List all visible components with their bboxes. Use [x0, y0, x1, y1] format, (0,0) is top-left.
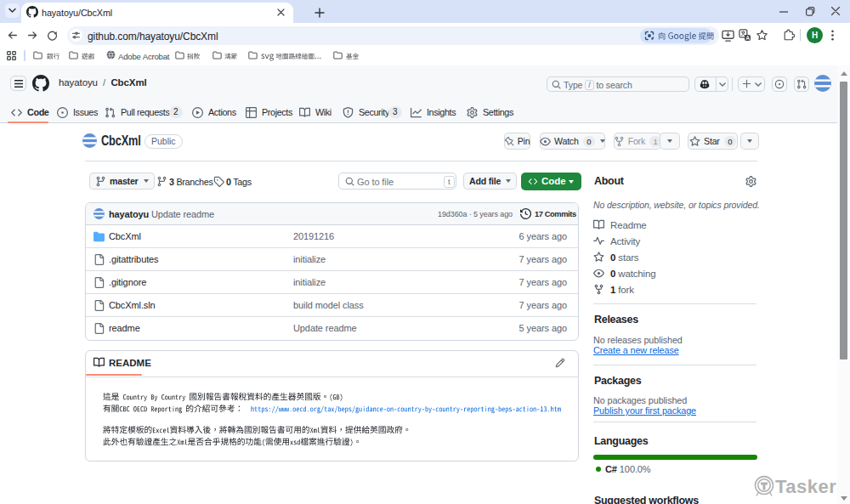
svg-text:Tasker: Tasker [775, 476, 836, 497]
